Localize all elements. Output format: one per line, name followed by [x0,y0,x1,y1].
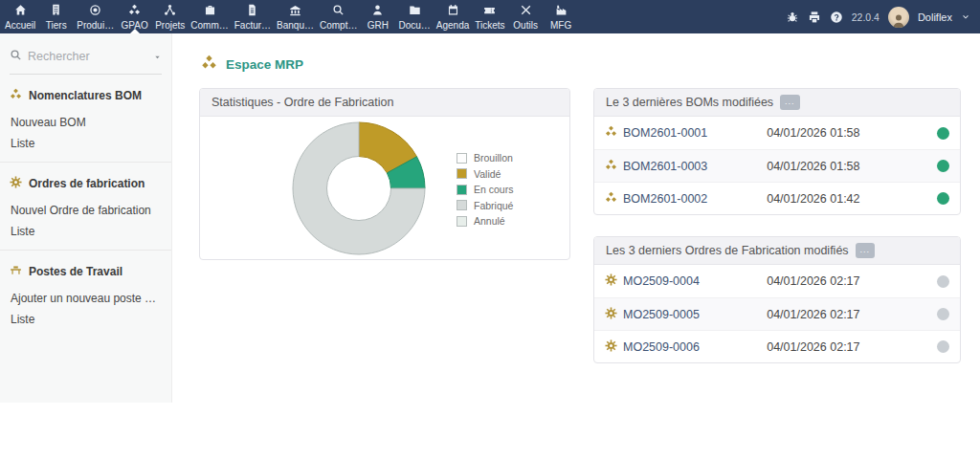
user-menu[interactable]: Doliflex [918,11,952,23]
stats-panel-body: BrouillonValidéEn coursFabriquéAnnulé [200,117,569,259]
nav-item-banqu[interactable]: Banqu… [274,0,317,33]
briefcase-icon [204,4,216,18]
home-icon [14,4,27,18]
nav-item-accueil[interactable]: Accueil [2,0,38,33]
table-row: MO2509-0004 04/01/2026 02:17 [594,265,960,297]
nav-item-projets[interactable]: Projets [152,0,188,33]
status-dot [937,340,949,353]
sidebar-item[interactable]: Liste [10,309,162,330]
nav-item-label: Tickets [475,20,504,31]
nav-item-grh[interactable]: GRH [360,0,395,33]
modified-date: 04/01/2026 02:17 [767,274,937,288]
caret-down-icon[interactable] [153,48,162,65]
search-input[interactable] [28,50,147,63]
nav-item-compt[interactable]: Compt… [317,0,360,33]
mo-status-donut-chart [288,120,430,257]
sidebar-section-title[interactable]: Ordres de fabrication [10,176,162,191]
navbar-right: 22.0.4 Doliflex [786,0,980,33]
legend-label: Validé [474,168,501,180]
nav-item-label: MFG [550,20,571,31]
printer-icon[interactable] [808,11,821,24]
mo-gear-icon [605,307,617,322]
cubes-icon [128,4,141,18]
sidebar-sections: Nomenclatures BOMNouveau BOMListeOrdres … [0,75,171,338]
top-navbar: AccueilTiersProdui…GPAOProjetsComm…Factu… [0,0,980,33]
sidebar-section-title[interactable]: Nomenclatures BOM [10,88,162,103]
sidebar-item[interactable]: Nouveau BOM [10,112,162,133]
nav-item-label: Accueil [5,20,35,31]
nav-item-outils[interactable]: Outils [508,0,544,33]
bom-link[interactable]: BOM2601-0001 [623,126,707,140]
gear-icon [10,176,22,191]
nav-item-label: Projets [155,20,185,31]
bug-icon[interactable] [786,11,799,24]
nav-item-label: GPAO [122,20,148,31]
sidebar-item[interactable]: Liste [10,221,162,242]
factory-icon [555,4,568,18]
legend-entry: Brouillon [457,152,513,164]
magnifier-icon [332,4,345,18]
stats-panel: Statistiques - Ordre de Fabrication Brou… [199,88,570,260]
invoice-icon [246,4,258,18]
tools-icon [520,4,532,18]
user-icon [371,4,384,18]
nav-item-agenda[interactable]: Agenda [434,0,472,33]
nav-item-mfg[interactable]: MFG [544,0,579,33]
bom-cubes-icon [605,159,617,174]
bom-more-button[interactable]: ... [780,95,800,110]
help-icon[interactable] [830,11,843,24]
nav-item-label: Factur… [234,20,271,31]
nav-item-label: Agenda [436,20,469,31]
bom-panel-title: Le 3 dernières BOMs modifiées [606,96,773,109]
nav-item-docu[interactable]: Docu… [395,0,433,33]
nav-item-label: GRH [368,20,389,31]
sidebar-section-label: Nomenclatures BOM [29,89,142,102]
sidebar-item[interactable]: Ajouter un nouveau poste de trav… [10,288,162,309]
nav-item-tiers[interactable]: Tiers [38,0,74,33]
workstation-icon [10,264,22,279]
sidebar-section: Nomenclatures BOMNouveau BOMListe [0,75,171,162]
mrp-cubes-icon [201,55,217,74]
legend-label: Fabriqué [474,200,513,211]
avatar[interactable] [888,7,909,28]
sidebar-item[interactable]: Nouvel Ordre de fabrication [10,200,162,221]
sidebar-section: Postes de TravailAjouter un nouveau post… [0,250,171,338]
nav-item-gpao[interactable]: GPAO [117,0,152,33]
building-icon [50,4,62,18]
status-dot [937,192,949,205]
nav-item-tickets[interactable]: Tickets [472,0,507,33]
nav-item-factur[interactable]: Factur… [232,0,274,33]
product-icon [89,4,101,18]
mo-link[interactable]: MO2509-0006 [623,340,700,354]
stats-panel-title: Statistiques - Ordre de Fabrication [212,96,393,109]
search-icon [10,48,22,65]
bom-panel-header: Le 3 dernières BOMs modifiées ... [594,89,960,117]
bom-link[interactable]: BOM2601-0002 [623,192,707,206]
nav-item-comm[interactable]: Comm… [188,0,231,33]
legend-swatch [457,216,467,227]
legend-swatch [457,168,467,179]
cubes-icon [10,88,22,103]
chevron-down-icon[interactable] [961,12,970,22]
nav-item-produi[interactable]: Produi… [74,0,117,33]
project-diagram-icon [164,4,176,18]
nav-item-label: Compt… [320,20,357,31]
sidebar-item[interactable]: Liste [10,133,162,154]
legend-entry: En cours [457,184,513,195]
mo-link[interactable]: MO2509-0005 [623,308,700,321]
sidebar-section-label: Ordres de fabrication [29,177,145,190]
mo-panel-header: Les 3 derniers Ordres de Fabrication mod… [594,237,960,265]
mo-link[interactable]: MO2509-0004 [623,274,700,288]
legend-entry: Fabriqué [457,200,513,211]
mo-gear-icon [605,273,617,289]
table-row: BOM2601-0001 04/01/2026 01:58 [594,117,960,149]
sidebar-section-title[interactable]: Postes de Travail [10,264,162,279]
search-box [10,48,162,75]
mo-more-button[interactable]: ... [856,243,876,258]
nav-item-label: Produi… [77,20,114,31]
modified-date: 04/01/2026 02:17 [767,308,937,321]
main-content: Espace MRP Statistiques - Ordre de Fabri… [172,33,980,459]
table-row: BOM2601-0002 04/01/2026 01:42 [594,182,960,214]
mo-panel-title: Les 3 derniers Ordres de Fabrication mod… [606,244,849,257]
bom-link[interactable]: BOM2601-0003 [623,160,707,173]
